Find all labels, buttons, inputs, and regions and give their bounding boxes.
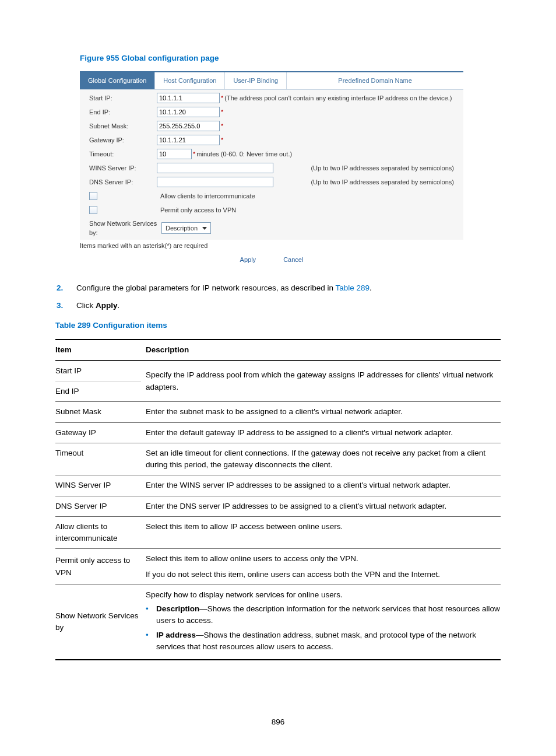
item-timeout: Timeout: [55, 447, 146, 471]
table-title: Table 289 Configuration items: [55, 320, 501, 331]
required-note: Items marked with an asterisk(*) are req…: [80, 240, 463, 251]
tab-bar: Global Configuration Host Configuration …: [80, 72, 463, 90]
item-end-ip: End IP: [55, 382, 141, 397]
select-show-services[interactable]: Description: [161, 222, 211, 234]
item-show: Show Network Services by: [55, 610, 146, 634]
link-table-289[interactable]: Table 289: [336, 284, 370, 292]
checkbox-permit-vpn-only[interactable]: [89, 206, 97, 214]
desc-permit-2: If you do not select this item, online u…: [146, 569, 501, 580]
label-start-ip: Start IP:: [89, 93, 157, 103]
desc-gateway: Enter the default gateway IP address to …: [146, 427, 501, 439]
input-timeout[interactable]: [157, 149, 192, 159]
tab-predefined-domain[interactable]: Predefined Domain Name: [287, 72, 463, 89]
config-items-table: Item Description Start IP End IP Specify…: [55, 339, 501, 661]
desc-wins: Enter the WINS server IP addresses to be…: [146, 480, 501, 491]
required-marker: *: [221, 107, 223, 117]
tab-user-ip-binding[interactable]: User-IP Binding: [225, 72, 287, 89]
required-marker: *: [221, 135, 223, 145]
item-start-ip: Start IP: [55, 365, 141, 382]
label-wins: WINS Server IP:: [89, 163, 157, 173]
required-marker: *: [221, 121, 223, 131]
figure-title: Figure 955 Global configuration page: [80, 52, 501, 64]
input-end-ip[interactable]: [157, 107, 220, 117]
desc-timeout: Set an idle timeout for client connectio…: [146, 447, 501, 471]
desc-ip-pool: Specify the IP address pool from which t…: [146, 365, 501, 398]
select-value: Description: [166, 223, 198, 233]
item-permit: Permit only access to VPN: [55, 555, 146, 579]
table-header-desc: Description: [146, 344, 501, 356]
apply-button[interactable]: Apply: [240, 255, 256, 265]
hint-dns: (Up to two IP addresses separated by sem…: [311, 177, 459, 187]
page-number: 896: [0, 716, 556, 728]
step-2: 2. Configure the global parameters for I…: [55, 282, 501, 294]
desc-allow: Select this item to allow IP access betw…: [146, 521, 501, 545]
label-gateway: Gateway IP:: [89, 135, 157, 145]
label-end-ip: End IP:: [89, 107, 157, 117]
required-marker: *: [193, 149, 195, 159]
input-start-ip[interactable]: [157, 93, 220, 103]
item-allow: Allow clients to intercommunicate: [55, 521, 146, 545]
hint-wins: (Up to two IP addresses separated by sem…: [311, 163, 459, 173]
input-gateway[interactable]: [157, 135, 220, 145]
desc-dns: Enter the DNS server IP addresses to be …: [146, 501, 501, 512]
item-gateway: Gateway IP: [55, 427, 146, 439]
tab-host-config[interactable]: Host Configuration: [155, 72, 225, 89]
desc-show-bullet-2: IP address—Shows the destination address…: [146, 629, 501, 653]
desc-show-intro: Specify how to display network services …: [146, 589, 501, 601]
table-header-item: Item: [55, 344, 146, 356]
label-allow-intercommunicate: Allow clients to intercommunicate: [160, 191, 255, 201]
item-subnet: Subnet Mask: [55, 406, 146, 418]
cancel-button[interactable]: Cancel: [283, 255, 303, 265]
hint-timeout: minutes (0-60. 0: Never time out.): [196, 149, 292, 159]
input-dns[interactable]: [157, 177, 273, 187]
checkbox-allow-intercommunicate[interactable]: [89, 192, 97, 200]
tab-global-config[interactable]: Global Configuration: [80, 72, 155, 89]
desc-show-bullet-1: Description—Shows the description inform…: [146, 603, 501, 627]
chevron-down-icon: [202, 227, 207, 230]
config-screenshot: Global Configuration Host Configuration …: [80, 71, 463, 266]
label-dns: DNS Server IP:: [89, 177, 157, 187]
label-timeout: Timeout:: [89, 149, 157, 159]
label-subnet: Subnet Mask:: [89, 121, 157, 131]
step-3: 3. Click Apply.: [55, 300, 501, 312]
input-wins[interactable]: [157, 163, 273, 173]
desc-subnet: Enter the subnet mask to be assigned to …: [146, 406, 501, 418]
required-marker: *: [221, 93, 223, 103]
hint-start-ip: (The address pool can't contain any exis…: [224, 93, 452, 103]
item-dns: DNS Server IP: [55, 501, 146, 512]
input-subnet[interactable]: [157, 121, 220, 131]
label-permit-vpn-only: Permit only access to VPN: [160, 205, 236, 215]
desc-permit-1: Select this item to allow online users t…: [146, 553, 501, 565]
label-show-services: Show Network Services by:: [89, 219, 161, 238]
item-wins: WINS Server IP: [55, 480, 146, 491]
